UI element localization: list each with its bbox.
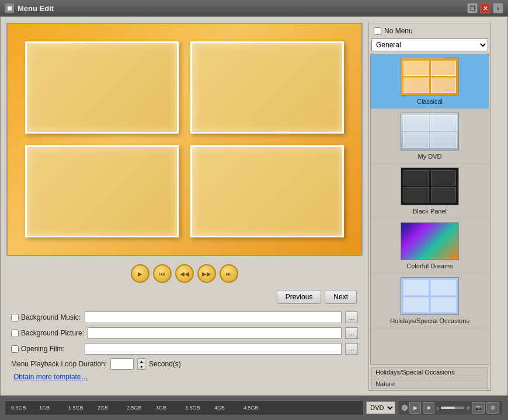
volume-icon: ♪	[436, 405, 439, 411]
thumb-cell-3	[403, 78, 429, 93]
ruler-label-4: 4GB	[214, 405, 225, 411]
app-icon: ▣	[5, 4, 14, 13]
thumb-classical-bg	[401, 58, 458, 95]
dropdown-section: Holidays/Special Occasions Nature	[369, 365, 490, 390]
thumb-mydvd-cell-2	[430, 115, 457, 131]
duration-row: Menu Playback Loop Duration: 30 ▲ ▼ Seco…	[11, 358, 358, 370]
template-thumb-classical	[401, 58, 459, 96]
thumb-blackpanel-cell-1	[403, 170, 429, 186]
dvd-select[interactable]: DVD	[366, 401, 395, 414]
thumb-blackpanel-cell-4	[431, 187, 457, 202]
spinner-up[interactable]: ▲	[138, 359, 145, 364]
thumb-colorful-bg	[401, 223, 458, 260]
background-music-browse[interactable]: …	[345, 312, 358, 323]
thumb-blackpanel-bg	[401, 168, 458, 205]
thumb-mydvd-cell-4	[430, 132, 457, 149]
title-bar: ▣ Menu Edit ❐ ✕ ›	[0, 0, 508, 16]
template-label-holidays: Holidays/Special Occasions	[390, 317, 469, 324]
ruler-label-2: 2GB	[98, 405, 108, 411]
previous-button[interactable]: Previous	[277, 290, 322, 304]
template-list: Classical My DVD	[370, 54, 489, 365]
settings-button[interactable]: ⚙	[486, 402, 499, 414]
template-panel: No Menu General	[368, 23, 491, 391]
thumb-holidays-cell-4	[430, 297, 457, 313]
opening-film-input[interactable]	[85, 343, 342, 355]
snapshot-button[interactable]: 📷	[472, 402, 485, 414]
volume-slider[interactable]	[441, 407, 464, 409]
ruler-area: 0.5GB 1GB 1.5GB 2GB 2.5GB 3GB 3.5GB 4GB …	[5, 400, 364, 415]
preview-inner	[8, 24, 361, 255]
template-item-blackpanel[interactable]: Black Panel	[371, 164, 489, 219]
playback-controls: ▶ ■ ♪ ♬ 📷 ⚙	[398, 400, 503, 415]
next-button[interactable]: Next	[325, 290, 357, 304]
template-thumb-mydvd	[401, 113, 459, 150]
obtain-template-link[interactable]: Obtain more template…	[13, 373, 88, 381]
opening-film-row: Opening Film: …	[11, 342, 358, 355]
duration-spinner[interactable]: ▲ ▼	[137, 358, 145, 370]
pb-play-button[interactable]: ▶	[409, 402, 421, 414]
menu-edit-dialog: ▶ ⏮ ◀◀ ▶▶ ⏭ Previous Next Background Mus…	[0, 16, 508, 420]
dialog-content: ▶ ⏮ ◀◀ ▶▶ ⏭ Previous Next Background Mus…	[1, 17, 507, 397]
thumb-cell-1	[403, 61, 429, 76]
duration-input[interactable]: 30	[110, 358, 134, 370]
pb-stop-button[interactable]: ■	[423, 402, 434, 414]
preview-area: ▶ ⏮ ◀◀ ▶▶ ⏭ Previous Next Background Mus…	[6, 23, 363, 391]
opening-film-browse[interactable]: …	[345, 343, 358, 355]
template-label-colorful: Colorful Dreams	[406, 262, 453, 270]
volume-max-icon: ♬	[466, 405, 470, 411]
category-select[interactable]: General	[371, 38, 488, 51]
ruler-label-45: 4.5GB	[243, 405, 259, 411]
spinner-down[interactable]: ▼	[138, 364, 145, 369]
nav-buttons: Previous Next	[6, 290, 363, 304]
no-menu-checkbox[interactable]	[374, 27, 381, 35]
ruler-label-15: 1.5GB	[68, 405, 83, 411]
background-picture-browse[interactable]: …	[345, 327, 358, 339]
ruler-label-3: 3GB	[156, 405, 166, 411]
dropdown-nature[interactable]: Nature	[371, 379, 488, 389]
transport-bar: ▶ ⏮ ◀◀ ▶▶ ⏭	[6, 261, 363, 285]
duration-unit: Second(s)	[149, 360, 181, 368]
template-thumb-holidays	[401, 277, 459, 315]
background-music-checkbox[interactable]	[11, 314, 19, 321]
thumb-holidays-cell-2	[430, 279, 457, 296]
duration-label: Menu Playback Loop Duration:	[11, 360, 107, 368]
form-area: Background Music: … Background Picture: …	[6, 309, 363, 386]
thumb-holidays-cell-1	[403, 279, 429, 296]
ruler-label-05: 0.5GB	[11, 405, 26, 411]
window-controls: ❐ ✕ ›	[467, 3, 503, 13]
rewind-button[interactable]: ◀◀	[175, 264, 194, 283]
background-picture-input[interactable]	[88, 327, 342, 339]
skip-forward-button[interactable]: ⏭	[220, 264, 238, 283]
skip-back-button[interactable]: ⏮	[153, 264, 172, 283]
template-thumb-blackpanel	[401, 167, 459, 205]
background-music-row: Background Music: …	[11, 311, 358, 324]
template-item-classical[interactable]: Classical	[371, 54, 489, 109]
template-label-blackpanel: Black Panel	[413, 208, 447, 215]
more-button[interactable]: ›	[493, 3, 503, 13]
background-music-label: Background Music:	[11, 313, 81, 321]
opening-film-label: Opening Film:	[11, 345, 81, 353]
template-item-mydvd[interactable]: My DVD	[371, 109, 489, 164]
thumb-holidays-cell-3	[403, 297, 429, 313]
background-music-input[interactable]	[85, 312, 342, 323]
no-menu-label: No Menu	[384, 27, 413, 35]
background-picture-checkbox[interactable]	[11, 330, 19, 337]
taskbar: 0.5GB 1GB 1.5GB 2GB 2.5GB 3GB 3.5GB 4GB …	[0, 396, 508, 420]
dvd-dropdown: DVD	[366, 401, 395, 414]
template-item-holidays[interactable]: Holidays/Special Occasions	[371, 274, 489, 328]
frames-grid	[8, 24, 361, 255]
fast-forward-button[interactable]: ▶▶	[197, 264, 216, 283]
restore-button[interactable]: ❐	[467, 3, 478, 13]
close-button[interactable]: ✕	[480, 3, 490, 13]
ruler-label-35: 3.5GB	[185, 405, 200, 411]
position-indicator	[402, 405, 408, 411]
preview-frame	[6, 23, 363, 256]
play-button[interactable]: ▶	[131, 264, 149, 283]
category-row: General	[369, 38, 490, 54]
dropdown-holidays[interactable]: Holidays/Special Occasions	[371, 367, 488, 377]
template-item-colorful[interactable]: Colorful Dreams	[371, 219, 489, 274]
ruler-label-1: 1GB	[39, 405, 50, 411]
thumb-mydvd-cell-3	[403, 132, 429, 149]
template-thumb-colorful	[401, 222, 459, 260]
opening-film-checkbox[interactable]	[11, 345, 19, 353]
